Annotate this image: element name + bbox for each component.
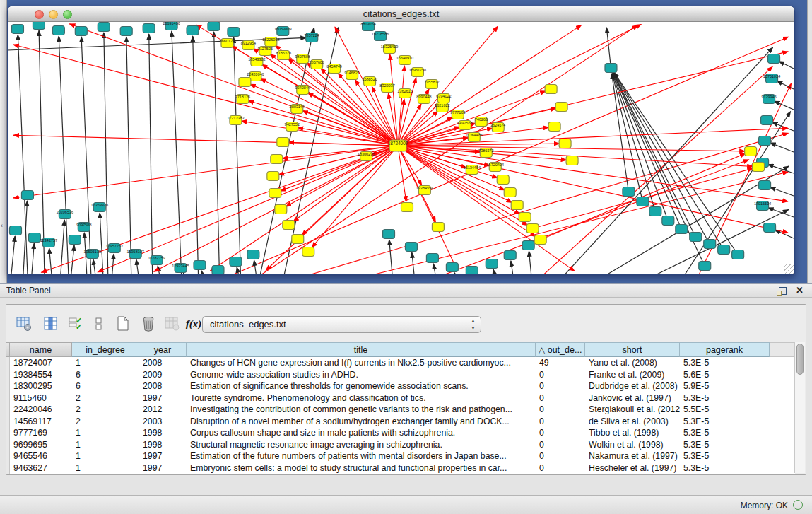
graph-node[interactable]: [718, 245, 730, 255]
table-row[interactable]: 911546021997Tourette syndrome. Phenomeno…: [6, 392, 795, 404]
graph-node[interactable]: 8322037: [379, 83, 394, 93]
table-row[interactable]: 946554611997Estimation of the future num…: [6, 450, 795, 462]
graph-node[interactable]: 9097588: [76, 223, 91, 232]
table-row[interactable]: 969969511998Structural magnetic resonanc…: [6, 439, 795, 451]
graph-node[interactable]: 15134454: [464, 165, 481, 175]
graph-node[interactable]: 15751024: [763, 74, 780, 83]
graph-node[interactable]: [732, 250, 744, 259]
table-row[interactable]: 946362711997Embryonic stem cells: a mode…: [6, 462, 795, 474]
graph-node[interactable]: [649, 207, 661, 216]
graph-node[interactable]: [271, 155, 283, 164]
graph-node[interactable]: 7386372: [478, 148, 493, 158]
graph-node[interactable]: 12213383: [227, 116, 244, 125]
graph-node[interactable]: 3624574: [490, 123, 505, 132]
graph-node[interactable]: [283, 221, 295, 230]
graph-node[interactable]: 7857224: [305, 33, 319, 42]
graph-node[interactable]: 16543382: [248, 57, 265, 66]
graph-node[interactable]: 17016504: [754, 201, 771, 211]
graph-node[interactable]: [497, 175, 509, 185]
graph-node[interactable]: 7955812: [424, 80, 439, 89]
graph-node[interactable]: [143, 24, 155, 33]
graph-node[interactable]: 17359928: [91, 203, 108, 212]
graph-node[interactable]: [187, 26, 199, 35]
graph-node[interactable]: [637, 197, 649, 206]
window-resize-grip[interactable]: [784, 264, 794, 274]
graph-node[interactable]: 8660124: [220, 39, 235, 48]
graph-node[interactable]: 8990448: [416, 95, 431, 104]
graph-node[interactable]: [208, 22, 220, 31]
graph-node[interactable]: [511, 201, 523, 210]
graph-node[interactable]: [466, 267, 478, 275]
graph-node[interactable]: 16053809: [274, 27, 291, 36]
column-header-short[interactable]: short: [585, 342, 680, 357]
graph-node[interactable]: 2718126: [235, 95, 250, 104]
graph-node[interactable]: 20691406: [163, 22, 180, 30]
graph-node[interactable]: 6497568: [457, 121, 472, 130]
graph-node[interactable]: [212, 266, 224, 275]
column-header-pagerank[interactable]: pagerank: [680, 342, 770, 357]
graph-node[interactable]: 13505135: [84, 250, 101, 259]
graph-node[interactable]: 9129946: [761, 95, 776, 104]
graph-node[interactable]: [275, 205, 287, 214]
graph-node[interactable]: [548, 122, 560, 132]
create-column-icon[interactable]: [114, 315, 132, 333]
graph-node[interactable]: 12923445: [172, 264, 189, 273]
graph-node[interactable]: 8813054: [360, 22, 375, 31]
graph-node[interactable]: [545, 85, 557, 94]
graph-node[interactable]: 9777169: [450, 110, 465, 119]
graph-node[interactable]: [194, 261, 206, 270]
column-header-out-degree[interactable]: △ out_de...: [536, 342, 585, 357]
graph-node[interactable]: 1362615: [397, 89, 412, 98]
graph-node[interactable]: 20206536: [57, 210, 73, 219]
memory-ok-indicator[interactable]: [793, 500, 803, 510]
graph-node[interactable]: 19384554: [416, 186, 433, 195]
left-panel-edge[interactable]: ‹: [0, 0, 7, 283]
table-row[interactable]: 1872400712008Changes of HCN gene express…: [6, 357, 795, 369]
graph-node[interactable]: [98, 23, 110, 32]
graph-node[interactable]: 19218586: [372, 32, 389, 41]
window-titlebar[interactable]: citations_edges.txt: [8, 6, 794, 22]
graph-node[interactable]: [302, 247, 314, 257]
graph-node[interactable]: [277, 138, 289, 147]
graph-node[interactable]: 2867608: [310, 60, 324, 69]
show-column-icon[interactable]: [42, 315, 60, 333]
graph-node[interactable]: 18300295: [358, 152, 375, 161]
graph-node[interactable]: 9146821: [344, 71, 359, 80]
right-panel-edge[interactable]: [807, 0, 812, 283]
graph-node[interactable]: 746266: [475, 117, 488, 127]
graph-node[interactable]: [699, 262, 711, 271]
graph-node[interactable]: 9427552: [285, 122, 300, 132]
table-row[interactable]: 2242004622012Investigating the contribut…: [6, 404, 795, 416]
column-header-year[interactable]: year: [139, 342, 187, 357]
graph-node[interactable]: 18325419: [381, 45, 398, 54]
graph-node[interactable]: [555, 103, 567, 112]
graph-node[interactable]: 18226058: [262, 37, 279, 47]
graph-node[interactable]: [559, 139, 571, 148]
graph-node[interactable]: [230, 257, 242, 267]
graph-node[interactable]: [247, 250, 259, 259]
table-row[interactable]: 1830029562008Estimation of significance …: [6, 380, 795, 392]
graph-node[interactable]: [75, 27, 87, 36]
graph-node[interactable]: [519, 213, 531, 222]
graph-node[interactable]: [745, 147, 757, 156]
float-panel-icon[interactable]: [779, 287, 787, 295]
graph-node[interactable]: [486, 259, 498, 269]
graph-node[interactable]: [759, 136, 771, 146]
graph-node[interactable]: 9127505: [258, 47, 273, 56]
graph-node[interactable]: [69, 235, 81, 245]
graph-node[interactable]: [526, 224, 539, 233]
close-panel-icon[interactable]: ✕: [796, 285, 804, 296]
function-builder-icon[interactable]: f(x): [184, 315, 203, 333]
graph-node[interactable]: [269, 189, 281, 198]
splitter-collapse-icon[interactable]: ‹: [1, 222, 3, 229]
graph-node[interactable]: 16720404: [487, 163, 504, 172]
graph-node[interactable]: [566, 156, 578, 165]
graph-node[interactable]: [623, 187, 635, 197]
graph-node[interactable]: [267, 172, 279, 181]
graph-node[interactable]: [405, 243, 417, 252]
scrollbar-thumb[interactable]: [796, 344, 804, 375]
graph-node[interactable]: [228, 28, 240, 37]
graph-node[interactable]: [52, 26, 64, 35]
table-row[interactable]: 1938455462009Genome-wide association stu…: [6, 369, 795, 381]
graph-node[interactable]: [401, 203, 413, 212]
